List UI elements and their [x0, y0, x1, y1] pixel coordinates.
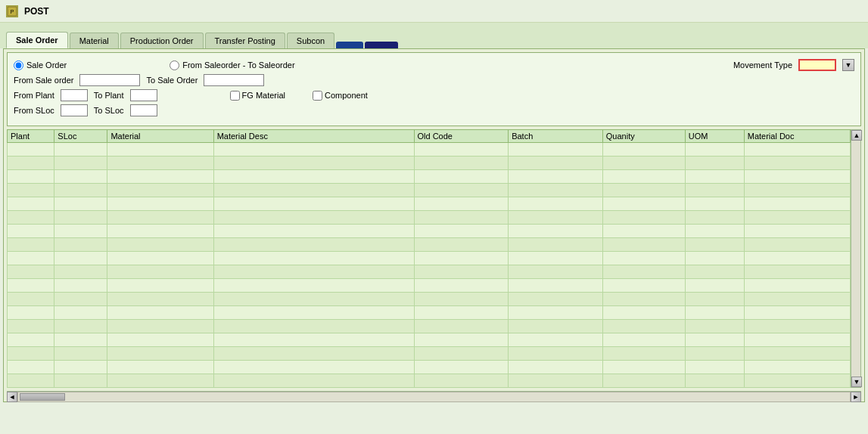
table-row — [8, 157, 851, 170]
col-header-quanity: Quanity — [602, 130, 685, 143]
table-row — [8, 293, 851, 306]
table-cell — [54, 374, 107, 388]
table-cell — [213, 170, 414, 184]
form-row-3: From Plant To Plant FG Material Componen… — [14, 89, 854, 101]
table-cell — [744, 211, 850, 225]
table-cell — [509, 238, 603, 252]
table-cell — [602, 333, 685, 347]
title-bar: P POST — [0, 0, 868, 23]
scroll-track-h[interactable] — [17, 392, 851, 402]
table-cell — [509, 211, 603, 225]
table-row — [8, 211, 851, 225]
table-cell — [107, 252, 213, 265]
tab-subcon[interactable]: Subcon — [287, 33, 334, 48]
table-cell — [602, 225, 685, 238]
table-cell — [414, 184, 509, 197]
movement-type-button[interactable]: ▼ — [842, 59, 854, 71]
movement-type-input[interactable] — [798, 59, 836, 71]
table-cell — [685, 170, 744, 184]
tab-production-order[interactable]: Production Order — [120, 33, 204, 48]
tab-6[interactable] — [336, 42, 363, 48]
table-cell — [602, 170, 685, 184]
table-cell — [509, 265, 603, 279]
table-cell — [509, 157, 603, 170]
table-area: Plant SLoc Material Material Desc Old Co… — [7, 129, 861, 388]
table-cell — [744, 347, 850, 361]
data-table: Plant SLoc Material Material Desc Old Co… — [7, 129, 851, 388]
scroll-right-button[interactable]: ► — [851, 392, 861, 402]
to-sale-order-label: To Sale Order — [146, 76, 198, 85]
tab-7[interactable] — [365, 42, 398, 48]
table-row — [8, 374, 851, 388]
table-cell — [414, 238, 509, 252]
table-cell — [54, 347, 107, 361]
scroll-track-v — [851, 141, 860, 377]
table-scroll-area: Plant SLoc Material Material Desc Old Co… — [7, 129, 851, 388]
component-checkbox[interactable] — [313, 91, 322, 101]
scroll-down-button[interactable]: ▼ — [851, 377, 862, 387]
tab-material[interactable]: Material — [70, 33, 119, 48]
from-plant-input[interactable] — [61, 89, 88, 101]
table-cell — [8, 225, 54, 238]
scroll-thumb-h[interactable] — [20, 393, 65, 401]
table-cell — [744, 157, 850, 170]
scroll-up-button[interactable]: ▲ — [851, 130, 862, 141]
table-cell — [213, 225, 414, 238]
table-cell — [602, 211, 685, 225]
fg-material-checkbox-group: FG Material — [230, 91, 285, 101]
to-sloc-label: To SLoc — [94, 106, 124, 115]
table-row — [8, 279, 851, 293]
table-cell — [8, 374, 54, 388]
table-cell — [685, 374, 744, 388]
table-cell — [8, 279, 54, 293]
table-cell — [54, 238, 107, 252]
table-cell — [744, 197, 850, 211]
to-sale-order-input[interactable] — [204, 74, 264, 86]
table-cell — [8, 265, 54, 279]
col-header-uom: UOM — [685, 130, 744, 143]
table-cell — [8, 252, 54, 265]
table-cell — [8, 157, 54, 170]
table-cell — [685, 225, 744, 238]
table-cell — [685, 333, 744, 347]
table-cell — [509, 279, 603, 293]
tab-transfer-posting[interactable]: Transfer Posting — [205, 33, 285, 48]
table-cell — [107, 265, 213, 279]
vertical-scrollbar[interactable]: ▲ ▼ — [851, 129, 861, 388]
table-cell — [744, 184, 850, 197]
fg-material-checkbox[interactable] — [230, 91, 240, 101]
table-cell — [744, 333, 850, 347]
table-cell — [107, 279, 213, 293]
table-cell — [685, 265, 744, 279]
table-cell — [107, 333, 213, 347]
table-cell — [8, 333, 54, 347]
table-cell — [602, 279, 685, 293]
table-row — [8, 143, 851, 157]
table-cell — [54, 320, 107, 333]
from-sloc-input[interactable] — [61, 104, 88, 116]
table-cell — [54, 143, 107, 157]
table-cell — [414, 252, 509, 265]
table-cell — [685, 279, 744, 293]
radio-sale-order-group: Sale Order — [14, 60, 67, 70]
table-cell — [744, 361, 850, 374]
to-plant-input[interactable] — [130, 89, 157, 101]
table-row — [8, 265, 851, 279]
radio-sale-order[interactable] — [14, 60, 23, 70]
table-cell — [54, 211, 107, 225]
table-cell — [107, 293, 213, 306]
from-sloc-label: From SLoc — [14, 106, 54, 115]
table-cell — [414, 306, 509, 320]
table-cell — [602, 265, 685, 279]
table-cell — [213, 279, 414, 293]
table-cell — [602, 293, 685, 306]
table-cell — [509, 225, 603, 238]
tab-sale-order[interactable]: Sale Order — [6, 32, 68, 48]
radio-from-to[interactable] — [170, 60, 179, 70]
to-plant-label: To Plant — [94, 91, 124, 100]
to-sloc-input[interactable] — [130, 104, 157, 116]
scroll-left-button[interactable]: ◄ — [7, 392, 17, 402]
from-sale-order-input[interactable] — [79, 74, 140, 86]
table-cell — [107, 170, 213, 184]
horizontal-scrollbar-container: ◄ ► — [7, 391, 861, 401]
